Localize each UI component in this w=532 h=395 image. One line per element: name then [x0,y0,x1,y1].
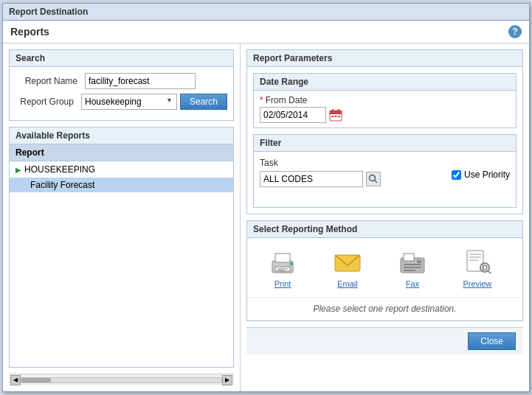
scroll-left-arrow[interactable]: ◀ [10,375,21,385]
scrollbar-thumb[interactable] [21,378,51,382]
printer-svg [266,248,299,276]
calendar-svg [329,108,342,122]
svg-rect-4 [331,116,334,117]
report-parameters-title: Report Parameters [247,50,522,67]
from-date-input[interactable] [260,107,326,123]
left-panel: Search Report Name Report Group Housekee… [3,43,241,391]
task-search-icon[interactable] [366,172,381,186]
required-star: * [260,95,263,105]
reporting-icons-row: Print Email [247,238,522,298]
available-reports-section: Available Reports Report ▶ HOUSEKEEPING … [9,127,234,368]
tree-group-label: HOUSEKEEPING [24,164,95,175]
content-area: Reports ? Search Report Name Report Grou… [3,21,529,391]
svg-rect-24 [469,256,481,258]
task-input[interactable] [260,171,363,187]
parameters-content: Date Range * From Date [247,67,522,214]
footer: Close [246,327,523,354]
svg-rect-20 [404,267,421,268]
task-input-wrap [260,171,381,187]
tree-expand-icon: ▶ [15,166,21,174]
fax-button[interactable]: Fax [383,244,442,291]
filter-box: Filter Task [253,134,517,208]
tree-item-label: Facility Forecast [30,180,94,190]
report-group-select[interactable]: Housekeeping Front Desk Accounting [81,94,177,110]
svg-rect-10 [275,254,290,262]
report-name-input[interactable] [85,73,196,89]
from-date-label: * From Date [260,95,510,105]
tree-content: ▶ HOUSEKEEPING Facility Forecast [10,161,233,367]
report-parameters-section: Report Parameters Date Range * From Date [246,49,523,214]
preview-button[interactable]: Preview [448,244,507,291]
report-group-select-wrapper: Housekeeping Front Desk Accounting [81,94,177,110]
svg-line-8 [375,181,378,183]
svg-rect-17 [404,254,414,261]
filter-title: Filter [254,135,516,152]
email-icon [330,247,365,276]
window-title: Report Destination [9,7,88,17]
main-header: Reports ? [3,21,529,43]
from-date-row: * From Date [254,91,516,127]
print-button[interactable]: Print [253,244,312,291]
main-window: Report Destination Reports ? Search Repo… [2,3,530,392]
report-name-row: Report Name [15,73,227,89]
fax-svg [396,248,429,276]
svg-rect-13 [277,270,285,271]
help-icon[interactable]: ? [508,25,522,38]
available-reports-title: Available Reports [10,127,233,144]
title-bar: Report Destination [3,4,529,21]
task-label: Task [260,158,381,168]
preview-svg [461,248,494,276]
svg-rect-23 [469,254,481,255]
svg-rect-6 [338,116,340,117]
report-group-label: Report Group [15,97,78,107]
svg-rect-1 [330,111,342,114]
tree-item-facility-forecast[interactable]: Facility Forecast [10,178,233,192]
tree-group-housekeeping[interactable]: ▶ HOUSEKEEPING [10,161,233,178]
from-date-label-text: From Date [266,95,308,105]
search-icon-svg [368,174,379,184]
fax-icon [395,247,430,276]
search-section-title: Search [10,50,233,67]
svg-rect-12 [277,268,288,270]
filter-row: Task [260,158,510,187]
reporting-method-title: Select Reporting Method [247,221,522,238]
filter-content: Task [254,152,516,193]
svg-point-7 [370,175,376,181]
svg-line-28 [488,271,491,273]
use-priority-wrap: Use Priority [452,169,510,180]
print-icon [265,247,300,276]
body: Search Report Name Report Group Housekee… [3,43,529,391]
svg-point-14 [290,262,293,265]
search-section: Search Report Name Report Group Housekee… [9,49,234,121]
destination-message: Please select one report destination. [247,298,522,321]
date-range-box: Date Range * From Date [253,73,517,128]
use-priority-label: Use Priority [464,169,510,180]
scrollbar-track[interactable] [21,377,222,383]
reporting-method-section: Select Reporting Method [246,220,523,321]
svg-rect-19 [404,264,421,265]
from-date-input-wrap [260,107,510,123]
preview-icon [460,247,495,276]
svg-rect-21 [404,270,415,271]
email-svg [331,248,364,276]
scroll-right-arrow[interactable]: ▶ [222,375,232,385]
date-range-title: Date Range [254,74,516,91]
email-button[interactable]: Email [318,244,377,291]
report-group-row: Report Group Housekeeping Front Desk Acc… [15,94,227,110]
svg-rect-18 [417,260,421,263]
print-label: Print [274,279,291,288]
fax-label: Fax [406,279,419,288]
search-button[interactable]: Search [180,94,227,110]
tree-header: Report [10,144,233,161]
calendar-icon[interactable] [329,108,342,122]
use-priority-checkbox[interactable] [452,170,461,180]
report-name-label: Report Name [15,76,82,86]
close-button[interactable]: Close [468,332,516,350]
svg-rect-5 [335,116,337,117]
svg-rect-25 [469,259,478,261]
right-panel: Report Parameters Date Range * From Date [241,43,529,391]
page-title: Reports [10,26,49,38]
search-section-content: Report Name Report Group Housekeeping Fr… [10,67,233,120]
email-label: Email [337,279,358,288]
horizontal-scrollbar[interactable]: ◀ ▶ [9,374,234,385]
